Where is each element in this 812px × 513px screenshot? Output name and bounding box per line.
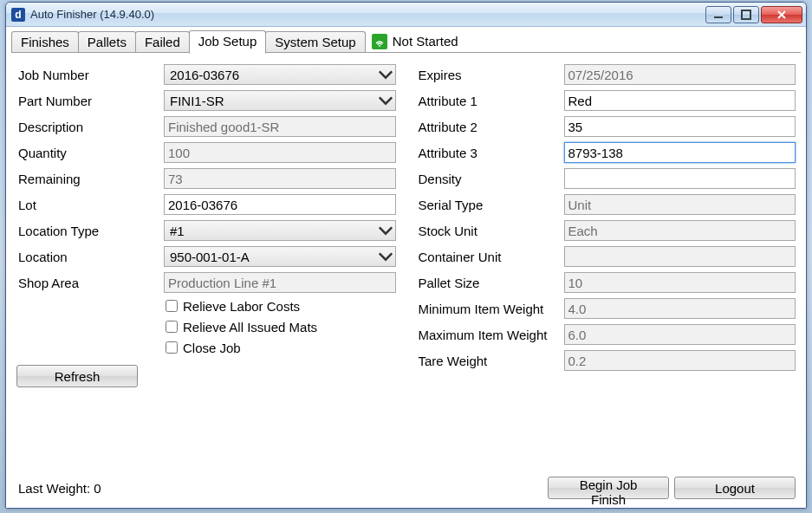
part-number-label: Part Number [16, 94, 164, 108]
tare-weight-label: Tare Weight [417, 354, 564, 368]
max-weight-label: Maximum Item Weight [417, 328, 564, 342]
attr2-field[interactable] [564, 116, 796, 137]
job-number-select[interactable]: 2016-03676 [164, 64, 396, 85]
titlebar: d Auto Finisher (14.9.40.0) [6, 3, 806, 27]
tab-row: Finishes Pallets Failed Job Setup System… [11, 30, 801, 53]
location-type-select[interactable]: #1 [164, 220, 396, 241]
part-number-select[interactable]: FINI1-SR [164, 90, 396, 111]
pallet-size-label: Pallet Size [417, 276, 564, 290]
close-job-checkbox[interactable] [166, 341, 178, 354]
begin-job-finish-button[interactable]: Begin Job Finish [548, 477, 669, 499]
window-title: Auto Finisher (14.9.40.0) [30, 8, 704, 21]
part-number-value: FINI1-SR [168, 94, 378, 108]
expires-field [564, 64, 796, 85]
serial-type-field [564, 194, 796, 215]
description-field [164, 116, 396, 137]
location-label: Location [16, 250, 164, 264]
job-setup-form: Job Number 2016-03676 Part Number FINI1-… [11, 53, 801, 472]
shop-area-label: Shop Area [16, 276, 164, 290]
attr1-field[interactable] [564, 90, 796, 111]
maximize-button[interactable] [733, 6, 759, 23]
stock-unit-field [564, 220, 796, 241]
remaining-label: Remaining [16, 172, 164, 186]
tab-job-setup[interactable]: Job Setup [189, 30, 267, 54]
location-select[interactable]: 950-001-01-A [164, 246, 396, 267]
location-type-label: Location Type [16, 224, 164, 238]
attr1-label: Attribute 1 [417, 94, 564, 108]
shop-area-field [164, 272, 396, 293]
minimize-button[interactable] [705, 6, 731, 23]
tab-finishes[interactable]: Finishes [11, 31, 79, 52]
job-number-label: Job Number [16, 68, 164, 82]
close-button[interactable] [761, 6, 802, 23]
left-column: Job Number 2016-03676 Part Number FINI1-… [16, 62, 396, 469]
expires-label: Expires [417, 68, 564, 82]
bottom-buttons: Begin Job Finish Logout [548, 477, 796, 499]
stock-unit-label: Stock Unit [417, 224, 564, 238]
lot-label: Lot [16, 198, 164, 212]
tab-system-setup[interactable]: System Setup [265, 31, 365, 52]
container-unit-field [564, 246, 796, 267]
relieve-mats-checkbox[interactable] [166, 321, 178, 333]
relieve-labor-label: Relieve Labor Costs [183, 299, 300, 314]
chevron-down-icon [378, 92, 393, 109]
serial-type-label: Serial Type [417, 198, 564, 212]
last-weight-text: Last Weight: 0 [18, 481, 101, 496]
max-weight-field [564, 324, 796, 345]
chevron-down-icon [378, 248, 393, 265]
container-unit-label: Container Unit [417, 250, 564, 264]
tab-pallets[interactable]: Pallets [78, 31, 136, 52]
status-text: Not Started [393, 34, 458, 49]
close-job-label: Close Job [183, 341, 241, 355]
description-label: Description [16, 120, 164, 134]
location-type-value: #1 [168, 224, 378, 238]
min-weight-label: Minimum Item Weight [417, 302, 564, 316]
chevron-down-icon [378, 222, 393, 239]
chevron-down-icon [378, 66, 393, 83]
pallet-size-field [564, 272, 796, 293]
right-column: Expires Attribute 1 Attribute 2 Attribut… [417, 62, 796, 469]
svg-rect-1 [742, 10, 750, 19]
relieve-labor-checkbox[interactable] [166, 300, 178, 312]
quantity-field [164, 142, 396, 163]
refresh-button[interactable]: Refresh [16, 365, 138, 387]
density-field[interactable] [564, 168, 796, 189]
bottom-bar: Last Weight: 0 Begin Job Finish Logout [11, 472, 801, 503]
svg-rect-0 [714, 16, 723, 18]
remaining-field [164, 168, 396, 189]
tare-weight-field [564, 350, 796, 371]
attr3-label: Attribute 3 [417, 146, 564, 160]
logout-button[interactable]: Logout [674, 477, 796, 499]
quantity-label: Quantity [16, 146, 164, 160]
attr3-field[interactable] [564, 142, 796, 163]
min-weight-field [564, 298, 796, 319]
location-value: 950-001-01-A [168, 250, 378, 264]
app-icon: d [11, 8, 25, 22]
svg-point-2 [379, 45, 380, 47]
window-buttons [704, 6, 802, 23]
connection-status-icon [372, 34, 387, 49]
app-window: d Auto Finisher (14.9.40.0) Finishes Pal… [5, 2, 807, 509]
lot-field[interactable] [164, 194, 396, 215]
job-number-value: 2016-03676 [168, 68, 378, 82]
client-area: Finishes Pallets Failed Job Setup System… [6, 27, 806, 508]
attr2-label: Attribute 2 [417, 120, 564, 134]
tab-failed[interactable]: Failed [135, 31, 190, 52]
relieve-mats-label: Relieve All Issued Mats [183, 320, 317, 334]
density-label: Density [417, 172, 564, 186]
